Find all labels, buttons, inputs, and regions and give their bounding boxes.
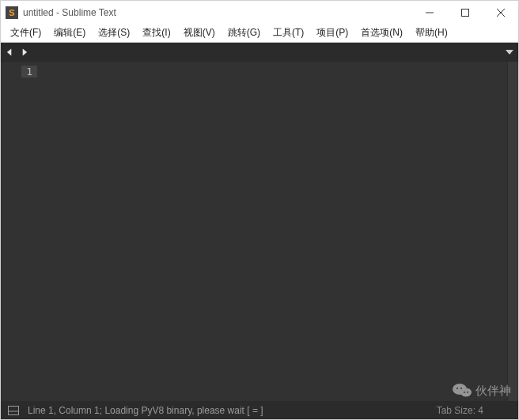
line-number: 1 xyxy=(21,66,37,78)
menu-prefs[interactable]: 首选项(N) xyxy=(354,24,409,42)
title-bar: S untitled - Sublime Text xyxy=(0,0,519,24)
menu-select[interactable]: 选择(S) xyxy=(92,24,136,42)
scrollbar[interactable] xyxy=(507,62,518,401)
menu-bar: 文件(F) 编辑(E) 选择(S) 查找(I) 视图(V) 跳转(G) 工具(T… xyxy=(0,24,519,43)
tab-bar xyxy=(0,43,519,62)
menu-edit[interactable]: 编辑(E) xyxy=(47,24,92,42)
maximize-button[interactable] xyxy=(447,1,483,24)
svg-rect-1 xyxy=(461,9,468,16)
app-icon: S xyxy=(6,6,18,19)
window-title: untitled - Sublime Text xyxy=(23,7,116,18)
svg-marker-4 xyxy=(6,49,10,56)
tab-next-icon[interactable] xyxy=(18,47,29,58)
tab-dropdown-icon[interactable] xyxy=(506,43,513,62)
status-tab-size[interactable]: Tab Size: 4 xyxy=(437,405,483,416)
svg-marker-5 xyxy=(22,49,26,56)
menu-help[interactable]: 帮助(H) xyxy=(409,24,454,42)
menu-goto[interactable]: 跳转(G) xyxy=(222,24,267,42)
window-controls xyxy=(411,1,518,24)
minimize-button[interactable] xyxy=(411,1,447,24)
close-button[interactable] xyxy=(483,1,518,24)
status-bar: Line 1, Column 1; Loading PyV8 binary, p… xyxy=(0,401,519,420)
menu-find[interactable]: 查找(I) xyxy=(136,24,176,42)
panel-toggle-icon[interactable] xyxy=(7,405,20,416)
line-gutter: 1 xyxy=(1,62,40,401)
tab-prev-icon[interactable] xyxy=(4,47,15,58)
menu-file[interactable]: 文件(F) xyxy=(4,24,47,42)
menu-view[interactable]: 视图(V) xyxy=(177,24,222,42)
svg-rect-7 xyxy=(9,406,19,414)
svg-marker-6 xyxy=(506,50,513,55)
text-area[interactable] xyxy=(40,62,507,401)
menu-tools[interactable]: 工具(T) xyxy=(267,24,310,42)
editor-area: 1 xyxy=(0,62,519,401)
menu-project[interactable]: 项目(P) xyxy=(310,24,354,42)
status-text: Line 1, Column 1; Loading PyV8 binary, p… xyxy=(28,405,437,416)
